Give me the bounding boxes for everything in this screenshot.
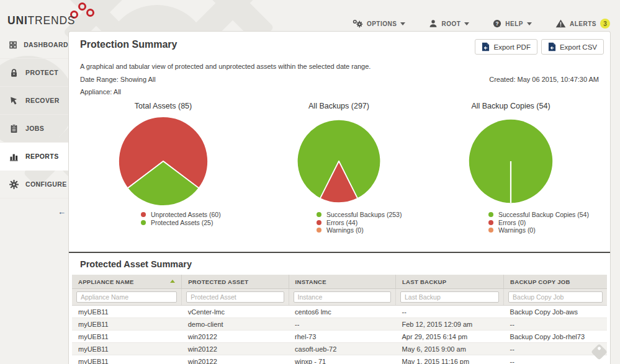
- legend-label: Successful Backups (253): [326, 211, 402, 218]
- bar-chart-icon: [9, 152, 19, 161]
- legend-dot-icon: [317, 220, 321, 225]
- filter-input-backup-copy-job[interactable]: [508, 291, 603, 303]
- column-header-label: PROTECTED ASSET: [188, 278, 248, 285]
- chart-title: All Backup Copies (54): [443, 102, 579, 113]
- legend-item: Errors (44): [317, 219, 407, 227]
- menu-help[interactable]: ? HELP: [493, 19, 532, 28]
- filter-input-protected-asset[interactable]: [186, 291, 284, 303]
- column-header-appliance-name[interactable]: APPLIANCE NAME: [72, 275, 182, 289]
- legend-dot-icon: [141, 212, 146, 217]
- table-cell: --: [504, 318, 607, 331]
- top-menu: OPTIONS ROOT ? HELP ALERTS 3: [353, 19, 610, 29]
- table-cell: myUEB11: [72, 331, 182, 343]
- legend-dot-icon: [488, 220, 493, 225]
- help-icon: ?: [493, 19, 501, 28]
- table-row: myUEB11demo-client--Feb 12, 2015 12:09 a…: [72, 318, 607, 331]
- menu-root-label: ROOT: [441, 20, 461, 27]
- table-cell: myUEB11: [72, 343, 182, 355]
- pie-chart-total-assets: Total Assets (85) Unprotected Assets (60…: [95, 102, 231, 226]
- sidebar-item-jobs[interactable]: JOBS: [0, 115, 68, 143]
- sidebar-item-recover[interactable]: RECOVER: [0, 87, 68, 115]
- table-row: myUEB11win20122winxp - 71May 1, 2015 11:…: [72, 355, 607, 364]
- table-cell: win20122: [182, 331, 289, 343]
- filter-input-last-backup[interactable]: [400, 291, 499, 303]
- table-cell: myUEB11: [72, 306, 182, 318]
- sidebar-item-label: PROTECT: [25, 69, 58, 76]
- menu-root[interactable]: ROOT: [429, 19, 469, 28]
- menu-options-label: OPTIONS: [367, 20, 397, 27]
- table-cell: --: [395, 306, 503, 318]
- legend-item: Successful Backups (253): [317, 211, 407, 219]
- pie-graphic: [295, 118, 382, 205]
- sidebar: DASHBOARD PROTECT RECOVER JOBS REPORTS C…: [0, 31, 68, 364]
- content-card: Protection Summary Export PDF Export CSV…: [68, 31, 611, 364]
- table-cell: myUEB11: [72, 318, 182, 331]
- table-cell: demo-client: [182, 318, 289, 331]
- sidebar-item-configure[interactable]: CONFIGURE: [0, 171, 68, 198]
- legend-item: Warnings (0): [317, 226, 407, 234]
- chart-legend: Unprotected Assets (60)Protected Assets …: [141, 211, 231, 226]
- export-csv-icon: [548, 42, 556, 51]
- filter-input-appliance-name[interactable]: [76, 291, 177, 303]
- legend-dot-icon: [488, 228, 493, 233]
- created-timestamp: Created: May 06 2015, 10:47:30 AM: [489, 76, 599, 83]
- legend-item: Successful Backup Copies (54): [488, 211, 579, 219]
- column-header-protected-asset[interactable]: PROTECTED ASSET: [182, 275, 289, 289]
- legend-label: Protected Assets (25): [151, 219, 213, 226]
- table-cell: Apr 29, 2015 6:14 pm: [395, 331, 503, 343]
- column-header-label: INSTANCE: [295, 278, 326, 285]
- recover-arrow-icon: [9, 96, 19, 105]
- table-cell: --: [504, 343, 607, 355]
- table-header-row: APPLIANCE NAMEPROTECTED ASSETINSTANCELAS…: [72, 275, 607, 289]
- sidebar-collapse-arrow[interactable]: ←: [58, 207, 66, 216]
- legend-item: Errors (0): [488, 219, 579, 227]
- lock-icon: [9, 68, 19, 78]
- report-description: A graphical and tabular view of protecte…: [80, 63, 604, 70]
- menu-options[interactable]: OPTIONS: [353, 19, 406, 29]
- section-title: Protected Asset Summary: [80, 259, 610, 269]
- column-header-label: APPLIANCE NAME: [78, 278, 134, 285]
- column-header-instance[interactable]: INSTANCE: [289, 275, 395, 289]
- svg-text:?: ?: [496, 20, 499, 27]
- chart-legend: Successful Backup Copies (54)Errors (0)W…: [488, 211, 579, 234]
- legend-label: Unprotected Assets (60): [151, 211, 221, 218]
- column-header-label: LAST BACKUP: [402, 278, 446, 285]
- charts-row: Total Assets (85) Unprotected Assets (60…: [69, 102, 610, 234]
- sidebar-item-dashboard[interactable]: DASHBOARD: [0, 31, 68, 59]
- column-header-label: BACKUP COPY JOB: [510, 278, 570, 285]
- appliance-label: Appliance: All: [80, 88, 604, 95]
- export-buttons: Export PDF Export CSV: [475, 39, 604, 55]
- legend-label: Warnings (0): [498, 226, 536, 234]
- export-csv-button[interactable]: Export CSV: [541, 39, 604, 55]
- legend-item: Warnings (0): [488, 226, 579, 234]
- filter-cell-backup-copy-job: [504, 289, 607, 306]
- sidebar-item-label: REPORTS: [25, 153, 59, 160]
- protected-asset-table: APPLIANCE NAMEPROTECTED ASSETINSTANCELAS…: [72, 275, 607, 364]
- user-icon: [429, 19, 438, 28]
- export-pdf-button[interactable]: Export PDF: [475, 39, 537, 55]
- table-cell: vCenter-lmc: [182, 306, 289, 318]
- menu-alerts[interactable]: ALERTS 3: [555, 19, 610, 29]
- filter-input-instance[interactable]: [294, 291, 391, 303]
- sidebar-item-reports[interactable]: REPORTS: [0, 143, 68, 171]
- alerts-count-badge: 3: [600, 19, 610, 29]
- table-cell: win20122: [182, 355, 289, 364]
- legend-label: Errors (0): [498, 219, 526, 226]
- pie-chart-backup-copies: All Backup Copies (54) Successful Backup…: [443, 102, 579, 234]
- export-pdf-icon: [482, 42, 490, 51]
- legend-item: Protected Assets (25): [141, 219, 231, 227]
- sidebar-item-label: CONFIGURE: [25, 180, 67, 188]
- chart-legend: Successful Backups (253)Errors (44)Warni…: [317, 211, 407, 234]
- column-header-last-backup[interactable]: LAST BACKUP: [395, 275, 503, 289]
- export-csv-label: Export CSV: [560, 43, 597, 51]
- table-cell: May 6, 2015 9:00 am: [395, 343, 503, 355]
- chevron-down-icon: [400, 22, 405, 25]
- sidebar-item-label: JOBS: [25, 125, 44, 132]
- table-cell: casoft-ueb-72: [289, 343, 395, 355]
- column-header-backup-copy-job[interactable]: BACKUP COPY JOB: [504, 275, 607, 289]
- menu-help-label: HELP: [505, 20, 523, 27]
- gear-icon: [9, 180, 19, 189]
- filter-cell-instance: [289, 289, 395, 306]
- sidebar-item-protect[interactable]: PROTECT: [0, 59, 68, 87]
- legend-dot-icon: [317, 228, 321, 233]
